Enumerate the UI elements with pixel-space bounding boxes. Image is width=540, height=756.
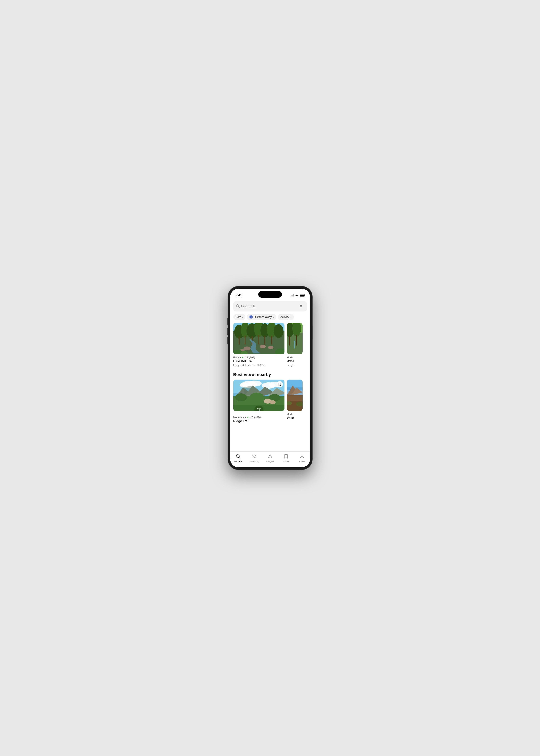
trail-image-forest — [233, 323, 285, 354]
trail-name: Blue Dot Trail — [233, 359, 285, 363]
search-section: Find trails — [230, 299, 310, 314]
ridge-star: ★ — [247, 416, 249, 419]
status-icons — [291, 294, 305, 297]
valley-trail-info: Mode Valle — [287, 411, 303, 421]
bookmark-button[interactable] — [277, 381, 283, 387]
tab-saved[interactable]: Saved — [278, 453, 294, 463]
ridge-trail-image — [233, 380, 285, 411]
svg-point-24 — [268, 346, 273, 349]
trail-details: Length: 4.1 mi · Est. 2h 23m — [233, 364, 285, 367]
wifi-icon — [295, 294, 299, 297]
phone-frame: 9:41 — [228, 286, 313, 470]
rating: 4.8 (362) — [245, 356, 255, 359]
valley-trail-image — [287, 380, 303, 411]
ridge-difficulty-dot — [245, 417, 246, 418]
ridge-trail-info: Moderate ★ 4.5 (4616) Ridge Trail — [233, 411, 285, 424]
partial-trail-details: Lengt — [287, 364, 303, 367]
signal-icon — [291, 294, 294, 297]
svg-rect-15 — [239, 337, 240, 344]
tab-explore[interactable]: Explore — [230, 453, 246, 463]
svg-rect-20 — [271, 336, 272, 344]
svg-rect-32 — [289, 336, 290, 345]
sort-pill[interactable]: Sort ▾ — [233, 314, 245, 320]
saved-icon — [284, 454, 288, 460]
trail-cards-scroll[interactable]: Easy ★ 4.8 (362) Blue Dot Trail Length: … — [230, 323, 310, 367]
partial-trail-card[interactable]: Mode Wate Lengt — [287, 323, 303, 367]
svg-point-22 — [260, 345, 266, 348]
ridge-trail-card[interactable]: Moderate ★ 4.5 (4616) Ridge Trail — [233, 380, 285, 424]
trail-card[interactable]: Easy ★ 4.8 (362) Blue Dot Trail Length: … — [233, 323, 285, 367]
ridge-difficulty: Moderate — [233, 416, 244, 419]
activity-label: Activity — [280, 315, 289, 318]
sort-label: Sort — [236, 315, 241, 318]
saved-label: Saved — [283, 460, 289, 463]
svg-point-21 — [243, 346, 251, 350]
valley-trail-name: Valle — [287, 416, 303, 420]
partial-trail-meta: Mode — [287, 356, 303, 359]
phone-screen: 9:41 — [230, 289, 310, 467]
svg-point-65 — [254, 455, 255, 456]
search-placeholder: Find trails — [241, 305, 296, 308]
battery-icon — [300, 294, 305, 297]
best-views-header: Best views nearby — [230, 367, 310, 380]
profile-label: Profile — [299, 460, 305, 463]
location-hex-icon: ⊕ — [249, 315, 253, 319]
distance-chevron: ▾ — [273, 316, 274, 318]
ridge-rating: 4.5 (4616) — [250, 416, 261, 419]
navigate-label: Navigate — [266, 460, 274, 463]
svg-rect-19 — [264, 336, 265, 344]
partial-difficulty: Mode — [287, 356, 293, 359]
svg-rect-55 — [287, 380, 303, 387]
community-label: Community — [249, 460, 259, 463]
community-icon — [252, 454, 256, 460]
activity-chevron: ▾ — [291, 316, 292, 318]
trail-meta: Easy ★ 4.8 (362) — [233, 356, 285, 359]
distance-label: Distance away — [254, 315, 272, 318]
trail-info: Easy ★ 4.8 (362) Blue Dot Trail Length: … — [233, 354, 285, 367]
svg-point-51 — [270, 400, 276, 404]
valley-difficulty: Mode — [287, 413, 293, 416]
tab-navigate[interactable]: Navigate — [262, 453, 278, 463]
filter-pills: Sort ▾ ⊕ Distance away ▾ Activity ▾ — [230, 314, 310, 323]
svg-line-63 — [239, 457, 240, 458]
status-time: 9:41 — [236, 294, 242, 297]
svg-point-48 — [250, 393, 264, 401]
explore-icon — [236, 454, 240, 460]
svg-marker-66 — [268, 454, 272, 458]
valley-trail-meta: Mode — [287, 413, 303, 416]
svg-line-1 — [238, 307, 239, 308]
scroll-content[interactable]: Find trails Sort ▾ — [230, 299, 310, 451]
svg-rect-16 — [245, 336, 245, 344]
ridge-trail-meta: Moderate ★ 4.5 (4616) — [233, 416, 285, 419]
difficulty-label: Easy — [233, 356, 239, 359]
explore-label: Explore — [234, 460, 242, 463]
navigate-icon — [268, 454, 272, 460]
svg-point-47 — [235, 393, 247, 401]
search-icon — [236, 304, 240, 309]
partial-trail-name: Wate — [287, 359, 303, 363]
difficulty-dot — [240, 357, 241, 358]
svg-rect-33 — [296, 335, 297, 345]
best-views-scroll[interactable]: Moderate ★ 4.5 (4616) Ridge Trail — [230, 380, 310, 429]
tab-community[interactable]: Community — [246, 453, 262, 463]
dynamic-island — [258, 291, 282, 298]
svg-rect-18 — [258, 335, 259, 344]
sort-chevron: ▾ — [242, 316, 243, 318]
distance-pill[interactable]: ⊕ Distance away ▾ — [247, 314, 276, 320]
valley-trail-card[interactable]: Mode Valle — [287, 380, 303, 424]
partial-trail-image — [287, 323, 303, 354]
profile-icon — [300, 454, 304, 460]
ridge-trail-name: Ridge Trail — [233, 419, 285, 423]
svg-point-67 — [301, 455, 303, 456]
partial-trail-info: Mode Wate Lengt — [287, 354, 303, 367]
search-bar[interactable]: Find trails — [233, 301, 307, 312]
star-icon: ★ — [241, 356, 244, 359]
svg-point-64 — [253, 455, 254, 456]
activity-pill[interactable]: Activity ▾ — [278, 314, 294, 320]
filter-button[interactable] — [298, 303, 304, 310]
svg-point-14 — [274, 324, 284, 338]
tab-profile[interactable]: Profile — [294, 453, 310, 463]
tab-bar: Explore Community — [230, 451, 310, 467]
